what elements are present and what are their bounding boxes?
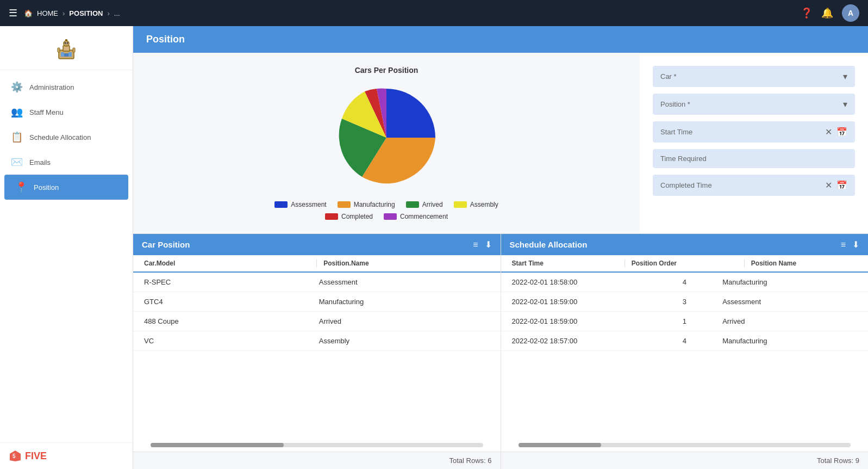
schedule-download-icon[interactable]: ⬇ <box>852 239 859 250</box>
home-icon: 🏠 <box>24 9 33 17</box>
top-section: Cars Per Position <box>133 53 868 234</box>
breadcrumb: 🏠 HOME › POSITION › ... <box>24 9 120 17</box>
sidebar-item-emails[interactable]: ✉️ Emails <box>0 150 133 175</box>
position-label[interactable]: POSITION <box>69 9 103 17</box>
table-row[interactable]: R-SPEC Assessment <box>133 273 501 292</box>
sidebar-item-schedule-allocation[interactable]: 📋 Schedule Allocation <box>0 125 133 150</box>
sidebar-label-schedule-allocation: Schedule Allocation <box>29 133 91 141</box>
layout: ⚙️ Administration 👥 Staff Menu 📋 Schedul… <box>0 26 868 469</box>
five-brand-text: FIVE <box>25 451 47 462</box>
legend-commencement: Commencement <box>384 213 448 220</box>
schedule-allocation-header: Schedule Allocation ≡ ⬇ <box>501 234 869 255</box>
schedule-scrollbar-thumb <box>519 443 602 447</box>
sidebar-label-administration: Administration <box>29 83 74 91</box>
sidebar-label-emails: Emails <box>29 158 51 166</box>
schedule-filter-icon[interactable]: ≡ <box>841 240 846 250</box>
legend-label-arrived: Arrived <box>422 201 443 208</box>
nav-right: ❓ 🔔 A <box>801 4 859 22</box>
cell-position-name: Assessment <box>317 278 492 286</box>
legend-manufacturing: Manufacturing <box>338 201 395 208</box>
avatar[interactable]: A <box>842 4 859 22</box>
cell-car-model: VC <box>142 337 317 345</box>
completed-time-label: Completed Time <box>660 181 821 189</box>
cell-position-name: Manufacturing <box>317 298 492 306</box>
schedule-allocation-panel: Schedule Allocation ≡ ⬇ Start Time Posit… <box>501 234 869 469</box>
position-field[interactable]: Position * ▾ <box>653 94 855 115</box>
five-logo-icon: 5 <box>9 449 22 462</box>
start-time-clear-icon[interactable]: ✕ <box>825 127 832 137</box>
legend-label-assembly: Assembly <box>470 201 498 208</box>
legend-color-completed <box>325 213 338 220</box>
schedule-allocation-footer: Total Rows: 9 <box>501 452 869 469</box>
schedule-allocation-icon: 📋 <box>11 131 23 143</box>
form-area: Car * ▾ Position * ▾ Start Time ✕ 📅 Time… <box>640 53 868 233</box>
car-position-cols: Car.Model Position.Name <box>133 255 501 273</box>
schedule-allocation-title: Schedule Allocation <box>510 240 834 249</box>
legend-arrived: Arrived <box>406 201 443 208</box>
col-divider-2 <box>625 260 625 267</box>
administration-icon: ⚙️ <box>11 81 23 93</box>
position-dropdown-icon[interactable]: ▾ <box>843 99 847 109</box>
svg-rect-3 <box>68 52 72 57</box>
car-dropdown-icon[interactable]: ▾ <box>843 71 847 82</box>
cell-position-order: 4 <box>648 337 720 345</box>
svg-rect-2 <box>61 52 64 57</box>
more-label[interactable]: ... <box>114 9 120 17</box>
car-position-download-icon[interactable]: ⬇ <box>485 239 492 250</box>
cell-start-time: 2022-02-01 18:59:00 <box>510 317 649 325</box>
col-position-name: Position.Name <box>321 260 491 267</box>
page-title: Position <box>146 34 185 45</box>
start-time-calendar-icon[interactable]: 📅 <box>836 127 847 137</box>
five-logo: 5 FIVE <box>9 449 124 462</box>
legend-completed: Completed <box>325 213 373 220</box>
start-time-label: Start Time <box>660 128 821 136</box>
completed-time-calendar-icon[interactable]: 📅 <box>836 180 847 190</box>
cell-position-name: Arrived <box>317 317 492 325</box>
car-position-filter-icon[interactable]: ≡ <box>473 240 478 250</box>
completed-time-clear-icon[interactable]: ✕ <box>825 180 832 190</box>
table-row[interactable]: 2022-02-01 18:59:00 3 Assessment <box>501 292 869 312</box>
completed-time-field[interactable]: Completed Time ✕ 📅 <box>653 175 855 196</box>
table-row[interactable]: GTC4 Manufacturing <box>133 292 501 312</box>
col-car-model: Car.Model <box>142 260 312 267</box>
sidebar-item-position[interactable]: 📍 Position <box>4 175 128 200</box>
car-position-scrollbar[interactable] <box>151 443 483 447</box>
svg-rect-9 <box>58 48 60 52</box>
table-row[interactable]: 2022-02-02 18:57:00 4 Manufacturing <box>501 331 869 351</box>
legend-label-completed: Completed <box>341 213 373 220</box>
main-content: Position Cars Per Position <box>133 26 868 469</box>
sidebar-item-administration[interactable]: ⚙️ Administration <box>0 75 133 100</box>
emails-icon: ✉️ <box>11 156 23 168</box>
table-row[interactable]: 2022-02-01 18:58:00 4 Manufacturing <box>501 273 869 292</box>
staff-menu-icon: 👥 <box>11 106 23 118</box>
legend-assessment: Assessment <box>274 201 326 208</box>
notification-icon[interactable]: 🔔 <box>821 7 833 19</box>
legend-color-assessment <box>274 201 288 208</box>
table-row[interactable]: 2022-02-01 18:59:00 1 Arrived <box>501 312 869 331</box>
cell-position-order: 3 <box>648 298 720 306</box>
cell-position-order: 1 <box>648 317 720 325</box>
legend-assembly: Assembly <box>454 201 498 208</box>
table-row[interactable]: VC Assembly <box>133 331 501 351</box>
cell-start-time: 2022-02-01 18:59:00 <box>510 298 649 306</box>
schedule-scrollbar[interactable] <box>519 443 851 447</box>
cell-car-model: GTC4 <box>142 298 317 306</box>
cell-position-name: Manufacturing <box>720 337 859 345</box>
legend-label-commencement: Commencement <box>400 213 448 220</box>
sidebar-logo <box>0 26 133 70</box>
car-field[interactable]: Car * ▾ <box>653 66 855 87</box>
hamburger-menu[interactable]: ☰ <box>9 7 17 19</box>
help-icon[interactable]: ❓ <box>801 7 813 19</box>
time-required-field[interactable]: Time Required <box>653 149 855 168</box>
col-position-order: Position Order <box>629 260 740 267</box>
cell-start-time: 2022-02-02 18:57:00 <box>510 337 649 345</box>
start-time-field[interactable]: Start Time ✕ 📅 <box>653 121 855 143</box>
breadcrumb-sep-2: › <box>107 9 109 17</box>
home-link[interactable]: HOME <box>37 9 58 17</box>
cell-start-time: 2022-02-01 18:58:00 <box>510 278 649 286</box>
table-row[interactable]: 488 Coupe Arrived <box>133 312 501 331</box>
sidebar-item-staff-menu[interactable]: 👥 Staff Menu <box>0 100 133 125</box>
schedule-allocation-body: 2022-02-01 18:58:00 4 Manufacturing 2022… <box>501 273 869 439</box>
svg-text:5: 5 <box>13 453 16 459</box>
sidebar-bottom: 5 FIVE <box>0 442 133 469</box>
